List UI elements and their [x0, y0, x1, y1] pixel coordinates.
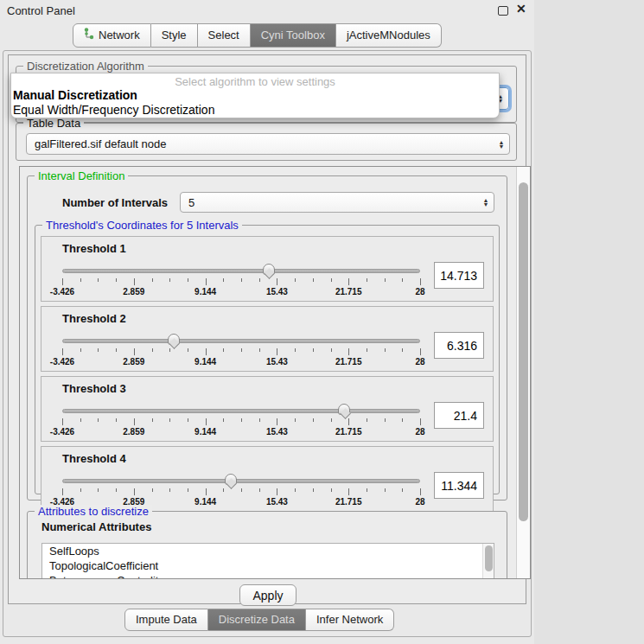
slider-scale-labels: -3.4262.8599.14415.4321.71528 — [62, 427, 420, 437]
combo-value: 5 — [181, 196, 480, 209]
slider-thumb[interactable] — [338, 404, 350, 415]
slider-track[interactable] — [62, 339, 420, 343]
numerical-attributes-label: Numerical Attributes — [41, 520, 151, 533]
threshold-label: Threshold 4 — [62, 452, 484, 465]
tab-label: jActiveMNodules — [347, 29, 430, 41]
group-title: Discretization Algorithm — [23, 60, 148, 73]
stepper-arrows-icon: ▲▼ — [480, 198, 494, 207]
panel-title: Control Panel — [7, 4, 75, 17]
group-title: Threshold's Coordinates for 5 Intervals — [42, 219, 242, 232]
tab-label: Cyni Toolbox — [261, 29, 325, 41]
slider-thumb[interactable] — [225, 474, 237, 485]
tab-style[interactable]: Style — [151, 23, 198, 48]
menu-item-equal-width-frequency[interactable]: Equal Width/Frequency Discretization — [11, 103, 499, 118]
stepper-arrows-icon: ▲▼ — [495, 140, 509, 149]
group-title: Interval Definition — [35, 169, 128, 182]
settings-scroll-pane: Interval Definition Number of Intervals … — [19, 166, 531, 579]
tab-jactivemnodules[interactable]: jActiveMNodules — [336, 23, 442, 48]
interval-definition-group: Interval Definition Number of Intervals … — [27, 175, 507, 501]
tab-label: Impute Data — [136, 613, 197, 626]
threshold-panel: Threshold 1 -3.4262.8599.14415.4321.7152… — [41, 236, 494, 302]
list-item[interactable]: BetweennessCentrality — [42, 573, 494, 579]
tab-network[interactable]: Network — [73, 23, 151, 48]
cyni-outer-panel: Discretization Algorithm ▲▼ Table Data g… — [3, 50, 532, 637]
list-item[interactable]: TopologicalCoefficient — [42, 558, 494, 573]
slider-ticks — [62, 278, 420, 286]
tab-label: Discretize Data — [219, 613, 295, 626]
slider-track[interactable] — [62, 409, 420, 413]
group-title: Attributes to discretize — [35, 505, 152, 518]
threshold-value-field[interactable] — [434, 332, 484, 359]
tab-label: Network — [99, 29, 140, 41]
apply-button[interactable]: Apply — [239, 584, 296, 606]
menu-item-manual-discretization[interactable]: Manual Discretization — [11, 88, 499, 103]
slider-track[interactable] — [62, 269, 420, 273]
threshold-value-field[interactable] — [434, 472, 484, 499]
thresholds-group: Threshold's Coordinates for 5 Intervals … — [35, 225, 500, 494]
float-icon[interactable] — [498, 6, 508, 16]
threshold-value-field[interactable] — [434, 262, 484, 289]
tab-discretize-data[interactable]: Discretize Data — [208, 609, 306, 631]
numerical-attributes-list: SelfLoops TopologicalCoefficient Between… — [41, 543, 494, 579]
algorithm-hint-text: Select algorithm to view settings — [11, 73, 499, 88]
tab-label: Select — [208, 29, 239, 41]
list-scrollbar[interactable] — [482, 544, 494, 579]
threshold-panel: Threshold 2 -3.4262.8599.14415.4321.7152… — [41, 306, 494, 372]
settings-scrollbar[interactable] — [516, 167, 530, 578]
close-icon[interactable]: ✕ — [516, 2, 526, 16]
slider-thumb[interactable] — [263, 264, 275, 275]
slider-thumb[interactable] — [168, 334, 180, 345]
control-panel-titlebar: Control Panel ✕ — [0, 0, 534, 21]
bottom-tab-bar: Impute Data Discretize Data Infer Networ… — [124, 609, 394, 631]
combo-value: galFiltered.sif default node — [27, 137, 495, 150]
group-title: Table Data — [23, 117, 84, 130]
threshold-panel: Threshold 4 -3.4262.8599.14415.4321.7152… — [41, 446, 494, 512]
threshold-panel: Threshold 3 -3.4262.8599.14415.4321.7152… — [41, 376, 494, 442]
tab-label: Infer Network — [316, 613, 383, 626]
threshold-label: Threshold 2 — [62, 312, 484, 325]
threshold-label: Threshold 3 — [62, 382, 484, 395]
slider-scale-labels: -3.4262.8599.14415.4321.71528 — [62, 357, 420, 367]
slider-scale-labels: -3.4262.8599.14415.4321.71528 — [62, 287, 420, 297]
slider-ticks — [62, 418, 420, 426]
tab-cyni-toolbox[interactable]: Cyni Toolbox — [251, 23, 336, 48]
top-tab-bar: Network Style Select Cyni Toolbox jActiv… — [73, 23, 442, 48]
slider-ticks — [62, 488, 420, 496]
algorithm-dropdown-popup: Select algorithm to view settings Manual… — [10, 73, 500, 118]
list-item[interactable]: SelfLoops — [42, 544, 494, 558]
threshold-value-field[interactable] — [434, 402, 484, 429]
control-panel: Control Panel ✕ Network Style Select Cyn… — [0, 0, 534, 644]
slider-ticks — [62, 348, 420, 356]
tab-infer-network[interactable]: Infer Network — [306, 609, 394, 631]
number-of-intervals-label: Number of Intervals — [62, 196, 168, 209]
threshold-label: Threshold 1 — [62, 242, 484, 255]
tab-select[interactable]: Select — [198, 23, 251, 48]
table-data-combo[interactable]: galFiltered.sif default node ▲▼ — [26, 133, 510, 155]
tab-label: Style — [162, 29, 187, 41]
slider-track[interactable] — [62, 479, 420, 483]
network-icon — [84, 28, 94, 42]
attributes-group: Attributes to discretize Numerical Attri… — [27, 511, 507, 579]
right-region: GAL80 GA GAL11 C GAL4 GCY1 H HAP2 Table … — [534, 0, 644, 644]
discretize-settings-panel: Discretization Algorithm ▲▼ Table Data g… — [8, 54, 526, 604]
table-data-group: Table Data galFiltered.sif default node … — [16, 123, 517, 161]
number-of-intervals-combo[interactable]: 5 ▲▼ — [180, 192, 494, 213]
tab-impute-data[interactable]: Impute Data — [124, 609, 208, 631]
